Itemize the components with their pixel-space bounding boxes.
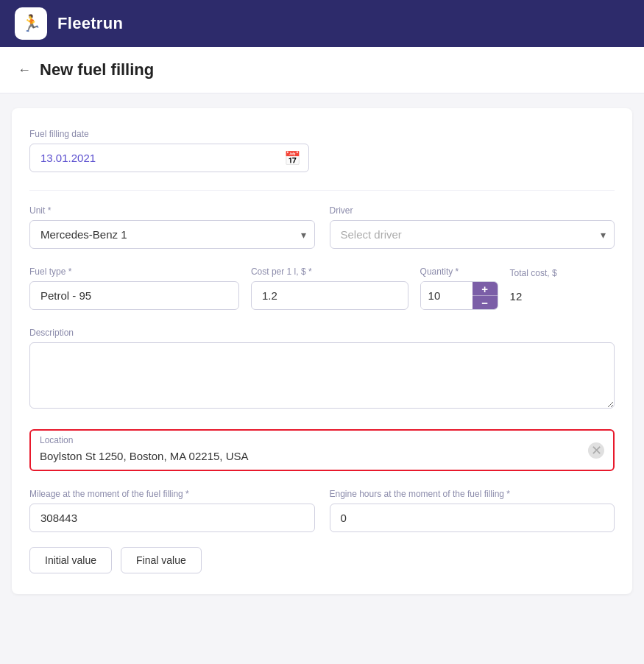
location-clear-icon[interactable]: ✕	[588, 442, 604, 459]
app-title: Fleetrun	[57, 14, 123, 33]
unit-select[interactable]: Mercedes-Benz 1	[29, 220, 315, 249]
back-button[interactable]: ←	[18, 63, 31, 78]
description-textarea[interactable]	[29, 342, 615, 409]
form-card: Fuel filling date 📅 Unit * Mercedes-Benz…	[12, 108, 632, 594]
mileage-input[interactable]	[29, 504, 315, 532]
main-content: Fuel filling date 📅 Unit * Mercedes-Benz…	[0, 93, 644, 609]
app-logo: 🏃	[15, 7, 47, 40]
cost-label: Cost per 1 l, $ *	[251, 266, 408, 277]
fuel-details-section: Fuel type * Cost per 1 l, $ * Quantity *…	[29, 266, 615, 310]
quantity-input[interactable]	[421, 282, 473, 309]
mileage-col: Mileage at the moment of the fuel fillin…	[29, 489, 315, 532]
unit-select-wrapper: Mercedes-Benz 1 ▾	[29, 220, 315, 249]
fuel-type-label: Fuel type *	[29, 266, 239, 277]
date-field-wrapper: 📅	[29, 144, 309, 172]
fuel-type-input[interactable]	[29, 281, 239, 310]
quantity-label: Quantity *	[420, 266, 498, 277]
location-input[interactable]	[31, 445, 613, 470]
divider-1	[29, 190, 615, 191]
cost-col: Cost per 1 l, $ *	[251, 266, 408, 310]
description-section: Description	[29, 328, 615, 412]
quantity-input-wrap: + −	[420, 281, 498, 310]
initial-value-button[interactable]: Initial value	[29, 547, 112, 573]
driver-label: Driver	[330, 205, 615, 216]
fuel-date-input[interactable]	[29, 144, 309, 172]
four-col-row: Fuel type * Cost per 1 l, $ * Quantity *…	[29, 266, 615, 310]
mileage-label: Mileage at the moment of the fuel fillin…	[29, 489, 315, 499]
value-buttons-row: Initial value Final value	[29, 547, 615, 573]
fuel-date-label: Fuel filling date	[29, 129, 615, 139]
calendar-icon[interactable]: 📅	[284, 150, 300, 166]
page-title: New fuel filling	[40, 60, 154, 80]
unit-label: Unit *	[29, 205, 315, 216]
total-cost-value: 12	[510, 283, 615, 310]
unit-driver-section: Unit * Mercedes-Benz 1 ▾ Driver Select d…	[29, 205, 615, 249]
location-field-wrapper: Location ✕	[29, 429, 615, 471]
fuel-type-col: Fuel type *	[29, 266, 239, 310]
location-label: Location	[31, 431, 613, 445]
final-value-button[interactable]: Final value	[121, 547, 202, 573]
total-cost-col: Total cost, $ 12	[510, 268, 615, 310]
cost-input[interactable]	[251, 281, 408, 310]
quantity-decrement-button[interactable]: −	[473, 296, 498, 309]
driver-col: Driver Select driver ▾	[330, 205, 615, 249]
description-label: Description	[29, 328, 615, 338]
engine-hours-label: Engine hours at the moment of the fuel f…	[330, 489, 615, 499]
page-header: ← New fuel filling	[0, 47, 644, 93]
quantity-stepper: + −	[473, 282, 498, 309]
top-navigation: 🏃 Fleetrun	[0, 0, 644, 47]
quantity-increment-button[interactable]: +	[473, 282, 498, 295]
location-section: Location ✕	[29, 429, 615, 471]
driver-select[interactable]: Select driver	[330, 220, 615, 249]
fuel-date-section: Fuel filling date 📅	[29, 129, 615, 172]
engine-hours-col: Engine hours at the moment of the fuel f…	[330, 489, 615, 532]
total-cost-label: Total cost, $	[510, 268, 615, 278]
engine-hours-input[interactable]	[330, 504, 615, 532]
quantity-col: Quantity * + −	[420, 266, 498, 310]
driver-select-wrapper: Select driver ▾	[330, 220, 615, 249]
mileage-engine-section: Mileage at the moment of the fuel fillin…	[29, 489, 615, 532]
unit-col: Unit * Mercedes-Benz 1 ▾	[29, 205, 315, 249]
